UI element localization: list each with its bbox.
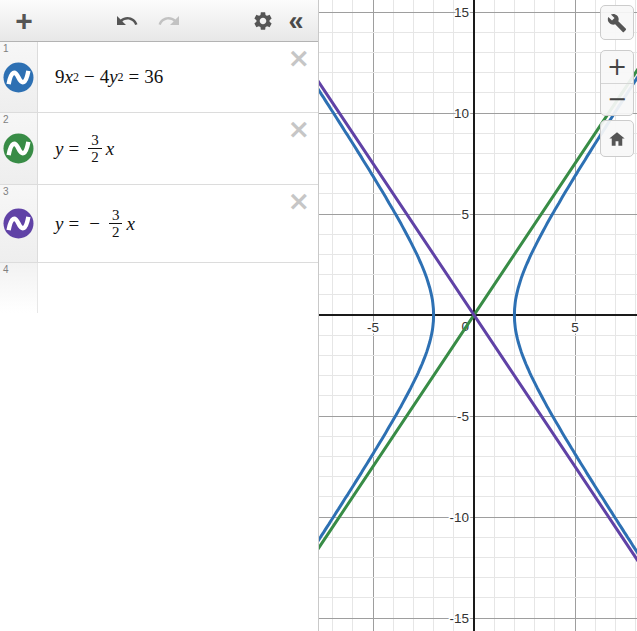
desmos-app: + « 19x2−4y2=36×2y=32x×3y=−32x×4	[0, 0, 637, 631]
expressions-toolbar: + «	[0, 0, 318, 42]
axes	[319, 0, 637, 631]
undo-button[interactable]	[113, 7, 141, 35]
expression-gutter: 2	[0, 113, 38, 184]
graph-pane[interactable]: 15105-5-10-15-505 + −	[319, 0, 637, 631]
expression-gutter: 3	[0, 185, 38, 262]
y-tick-label: 10	[454, 106, 469, 121]
expression-input[interactable]: y=32x×	[38, 113, 318, 184]
y-tick-label: -10	[449, 510, 469, 525]
home-icon	[607, 129, 627, 149]
expression-row[interactable]: 4	[0, 263, 318, 313]
expression-gutter: 1	[0, 42, 38, 112]
plus-icon: +	[607, 53, 627, 81]
redo-button[interactable]	[155, 7, 183, 35]
math-token: −	[84, 66, 95, 88]
math-token: =	[129, 66, 140, 88]
math-token: x	[65, 66, 73, 88]
graph-canvas[interactable]: 15105-5-10-15-505	[319, 0, 637, 631]
zoom-out-button[interactable]: −	[601, 84, 633, 116]
collapse-panel-button[interactable]: «	[282, 7, 310, 35]
math-token: x	[126, 213, 134, 235]
math-token: x	[106, 138, 114, 160]
math-token: −	[89, 213, 100, 235]
graph-settings-button[interactable]	[249, 7, 277, 35]
expression-input[interactable]: 9x2−4y2=36×	[38, 42, 318, 112]
chevron-double-left-icon: «	[288, 7, 303, 35]
expression-input[interactable]: y=−32x×	[38, 185, 318, 262]
expression-list: 19x2−4y2=36×2y=32x×3y=−32x×4	[0, 42, 318, 313]
expression-row[interactable]: 19x2−4y2=36×	[0, 42, 318, 113]
default-viewport-button[interactable]	[600, 120, 634, 157]
asymptote-line[interactable]	[319, 61, 637, 556]
zoom-controls: + −	[600, 50, 634, 116]
expression-number: 3	[3, 186, 9, 197]
math-token: y	[55, 213, 63, 235]
sine-wave-circle-icon[interactable]	[3, 62, 34, 93]
delete-expression-button[interactable]: ×	[287, 115, 310, 142]
math-token: 32	[88, 132, 102, 166]
math-token: 9	[55, 66, 65, 88]
expression-row[interactable]: 2y=32x×	[0, 113, 318, 185]
expression-row[interactable]: 3y=−32x×	[0, 185, 318, 263]
wrench-icon	[607, 13, 627, 33]
graph-display-settings-button[interactable]	[600, 5, 634, 40]
expression-number: 4	[3, 264, 9, 275]
sine-wave-circle-icon[interactable]	[3, 208, 34, 239]
math-token: =	[68, 213, 79, 235]
delete-expression-button[interactable]: ×	[287, 187, 310, 214]
expression-number: 2	[3, 114, 9, 125]
math-token: 36	[144, 66, 163, 88]
minus-icon: −	[607, 85, 627, 113]
y-tick-label: -15	[449, 611, 469, 626]
expression-number: 1	[3, 43, 9, 54]
expression-panel: + « 19x2−4y2=36×2y=32x×3y=−32x×4	[0, 0, 319, 631]
x-tick-label: -5	[367, 320, 379, 335]
math-token: 32	[109, 207, 123, 241]
y-tick-label: 15	[454, 5, 469, 20]
expression-input[interactable]	[38, 263, 318, 313]
zoom-in-button[interactable]: +	[601, 51, 633, 84]
y-tick-label: -5	[457, 409, 469, 424]
expression-gutter: 4	[0, 263, 38, 313]
y-tick-label: 5	[461, 207, 469, 222]
x-tick-label: 5	[571, 320, 579, 335]
add-expression-button[interactable]: +	[10, 7, 38, 35]
delete-expression-button[interactable]: ×	[287, 44, 310, 71]
math-token: y	[55, 138, 63, 160]
math-token: 4	[100, 66, 110, 88]
undo-icon	[115, 9, 139, 33]
sine-wave-circle-icon[interactable]	[3, 133, 34, 164]
gear-icon	[252, 10, 274, 32]
redo-icon	[157, 9, 181, 33]
plus-icon: +	[15, 7, 33, 35]
math-token: =	[68, 138, 79, 160]
math-token: y	[109, 66, 117, 88]
